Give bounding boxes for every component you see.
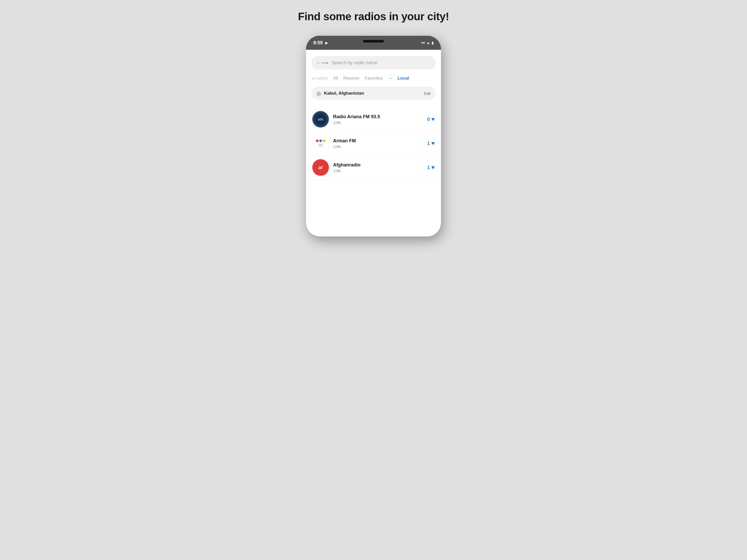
radio-logo-arman: ارمانARMAN <box>312 135 329 152</box>
tab-recents[interactable]: Recents <box>343 76 359 81</box>
location-name: Kabul, Afghanistan <box>324 91 421 96</box>
wifi-icon: ▾▾ <box>421 41 425 45</box>
radio-item[interactable]: ارمانARMAN Arman FM 128k 1 ♥ <box>311 131 436 156</box>
status-bar-right: ▾▾ ▲ ▮ <box>421 41 434 45</box>
status-time: 8:59 <box>313 40 323 46</box>
page-title: Find some radios in your city! <box>298 10 449 23</box>
radio-item[interactable]: ar Afghanradio 128k 1 ♥ <box>311 156 436 180</box>
radio-bitrate: 128k <box>333 121 423 125</box>
nav-arrow-icon: → <box>388 76 392 81</box>
radio-favorite-arman[interactable]: 1 ♥ <box>427 140 435 147</box>
search-placeholder: Search by radio name <box>332 60 378 65</box>
location-pin-icon: ◎ <box>316 90 321 97</box>
play-icon: ▶ <box>325 41 328 45</box>
radio-bitrate: 128k <box>333 145 423 149</box>
search-bar[interactable]: ○ ⟶ Search by radio name <box>311 56 436 70</box>
heart-icon: ♥ <box>431 164 435 171</box>
favorite-count: 1 <box>427 141 430 146</box>
heart-icon: ♥ <box>431 140 435 147</box>
location-bar[interactable]: ◎ Kabul, Afghanistan Edit <box>311 87 436 100</box>
radio-info-afghan: Afghanradio 128k <box>333 162 423 173</box>
radio-favorite-afghan[interactable]: 1 ♥ <box>427 164 435 171</box>
radio-info-arman: Arman FM 128k <box>333 138 423 149</box>
radio-name: Arman FM <box>333 138 423 144</box>
tab-all[interactable]: All <box>333 76 338 81</box>
edit-location-button[interactable]: Edit <box>424 91 431 96</box>
radio-name: Afghanradio <box>333 162 423 168</box>
status-bar-left: 8:59 ▶ <box>313 40 328 46</box>
radio-logo-afghan: ar <box>312 159 329 176</box>
speaker-notch <box>363 40 384 43</box>
radio-name: Radio Ariana FM 93.5 <box>333 114 423 119</box>
radio-info-ariana: Radio Ariana FM 93.5 128k <box>333 114 423 125</box>
radio-bitrate: 128k <box>333 169 423 173</box>
favorite-count: 0 <box>427 117 430 122</box>
favorite-count: 1 <box>427 165 430 170</box>
afghan-logo-text: ar <box>318 165 323 170</box>
signal-icon: ▲ <box>427 41 430 45</box>
phone-screen: ○ ⟶ Search by radio name p radios All Re… <box>306 50 441 236</box>
status-bar: 8:59 ▶ ▾▾ ▲ ▮ <box>306 36 441 50</box>
radio-list: atn Radio Ariana FM 93.5 128k 0 ♥ <box>311 107 436 180</box>
radio-favorite-ariana[interactable]: 0 ♥ <box>427 116 435 123</box>
heart-icon: ♥ <box>431 116 435 123</box>
radio-logo-ariana: atn <box>312 111 329 128</box>
tab-top-radios-partial[interactable]: p radios <box>312 76 328 81</box>
radio-item[interactable]: atn Radio Ariana FM 93.5 128k 0 ♥ <box>311 107 436 131</box>
tab-local[interactable]: Local <box>397 76 409 81</box>
tab-favorites[interactable]: Favorites <box>365 76 383 81</box>
search-icon: ○ ⟶ <box>316 60 329 66</box>
phone-shell: 8:59 ▶ ▾▾ ▲ ▮ ○ ⟶ Search by radio name p… <box>306 36 441 236</box>
nav-tabs: p radios All Recents Favorites → Local <box>311 76 436 81</box>
battery-icon: ▮ <box>432 41 434 45</box>
